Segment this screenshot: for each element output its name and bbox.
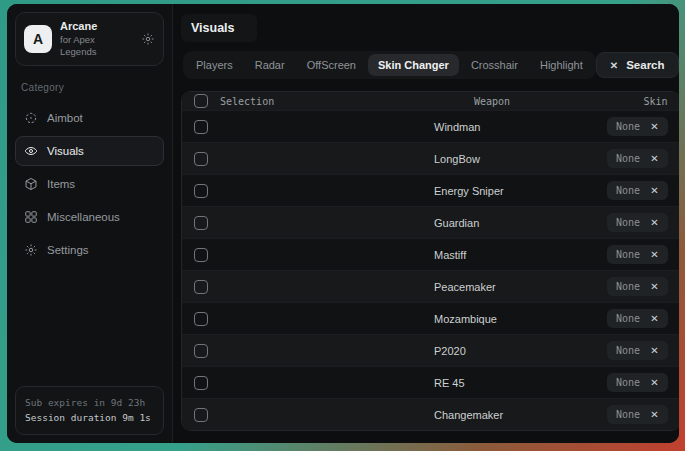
skin-value: None: [616, 249, 640, 260]
skin-value: None: [616, 281, 640, 292]
app-title: Arcane: [60, 20, 133, 34]
skin-select[interactable]: None ✕: [607, 309, 667, 328]
tab-skin-changer[interactable]: Skin Changer: [368, 54, 459, 76]
clear-skin-icon[interactable]: ✕: [650, 345, 658, 356]
skin-select[interactable]: None ✕: [607, 149, 667, 168]
row-checkbox[interactable]: [194, 408, 208, 422]
row-checkbox[interactable]: [194, 376, 208, 390]
skin-select[interactable]: None ✕: [607, 405, 667, 424]
crosshair-icon: [24, 111, 38, 125]
tab-group: PlayersRadarOffScreenSkin ChangerCrossha…: [183, 51, 596, 79]
skin-value: None: [616, 409, 640, 420]
row-checkbox[interactable]: [194, 312, 208, 326]
tab-players[interactable]: Players: [186, 54, 243, 76]
clear-skin-icon[interactable]: ✕: [650, 281, 658, 292]
sidebar-item-label: Aimbot: [47, 112, 83, 124]
sidebar-item-visuals[interactable]: Visuals: [15, 136, 164, 166]
weapon-name: Windman: [334, 121, 607, 133]
gear-icon[interactable]: [141, 32, 155, 46]
table-row: Guardian None ✕: [182, 206, 679, 238]
weapon-name: Guardian: [334, 217, 607, 229]
weapon-name: Changemaker: [334, 409, 607, 421]
skin-value: None: [616, 377, 640, 388]
weapon-name: P2020: [334, 345, 607, 357]
sidebar: A Arcane for Apex Legends Category Aimbo…: [7, 4, 173, 443]
skin-select[interactable]: None ✕: [607, 277, 667, 296]
eye-icon: [24, 144, 38, 158]
session-duration-text: Session duration 9m 1s: [25, 410, 154, 426]
select-all-checkbox[interactable]: [194, 94, 208, 108]
sub-expiry-text: Sub expires in 9d 23h: [25, 395, 154, 411]
table-row: Peacemaker None ✕: [182, 270, 679, 302]
weapon-name: LongBow: [334, 153, 607, 165]
weapon-name: Mozambique: [334, 313, 607, 325]
sidebar-item-settings[interactable]: Settings: [15, 235, 164, 265]
tab-radar[interactable]: Radar: [245, 54, 295, 76]
tab-crosshair[interactable]: Crosshair: [461, 54, 528, 76]
clear-skin-icon[interactable]: ✕: [650, 121, 658, 132]
table-row: Mozambique None ✕: [182, 302, 679, 334]
search-button[interactable]: ✕ Search: [596, 52, 679, 78]
app-window: A Arcane for Apex Legends Category Aimbo…: [7, 4, 679, 443]
tab-highlight[interactable]: Highlight: [530, 54, 593, 76]
skin-select[interactable]: None ✕: [607, 341, 667, 360]
skin-value: None: [616, 345, 640, 356]
skin-value: None: [616, 153, 640, 164]
sidebar-item-label: Visuals: [47, 145, 84, 157]
weapon-name: Peacemaker: [334, 281, 607, 293]
table-body: Windman None ✕ LongBow None ✕ Energy Sni…: [182, 110, 679, 430]
table-row: P2020 None ✕: [182, 334, 679, 366]
clear-skin-icon[interactable]: ✕: [650, 185, 658, 196]
skin-select[interactable]: None ✕: [607, 181, 667, 200]
sidebar-item-miscellaneous[interactable]: Miscellaneous: [15, 202, 164, 232]
sidebar-item-items[interactable]: Items: [15, 169, 164, 199]
table-row: Windman None ✕: [182, 110, 679, 142]
weapon-header: Weapon: [334, 96, 643, 107]
subscription-card: Sub expires in 9d 23h Session duration 9…: [15, 386, 164, 435]
grid-icon: [24, 210, 38, 224]
sidebar-item-label: Settings: [47, 244, 89, 256]
row-checkbox[interactable]: [194, 152, 208, 166]
clear-skin-icon[interactable]: ✕: [650, 217, 658, 228]
category-label: Category: [21, 82, 158, 93]
sidebar-nav: Aimbot Visuals Items Miscellaneous Setti…: [15, 103, 164, 265]
row-checkbox[interactable]: [194, 216, 208, 230]
app-subtitle: for Apex Legends: [60, 34, 133, 58]
weapon-name: Mastiff: [334, 249, 607, 261]
table-row: Energy Sniper None ✕: [182, 174, 679, 206]
page-title: Visuals: [181, 14, 257, 42]
skin-value: None: [616, 185, 640, 196]
row-checkbox[interactable]: [194, 344, 208, 358]
table-row: LongBow None ✕: [182, 142, 679, 174]
skin-select[interactable]: None ✕: [607, 373, 667, 392]
skin-value: None: [616, 313, 640, 324]
skin-value: None: [616, 217, 640, 228]
row-checkbox[interactable]: [194, 248, 208, 262]
row-checkbox[interactable]: [194, 120, 208, 134]
selection-header: Selection: [220, 96, 274, 107]
skin-select[interactable]: None ✕: [607, 245, 667, 264]
row-checkbox[interactable]: [194, 280, 208, 294]
search-button-label: Search: [626, 59, 664, 71]
row-checkbox[interactable]: [194, 184, 208, 198]
clear-skin-icon[interactable]: ✕: [650, 377, 658, 388]
skin-header: Skin: [643, 96, 667, 107]
gear-icon: [24, 243, 38, 257]
skin-select[interactable]: None ✕: [607, 117, 667, 136]
app-logo: A: [24, 25, 52, 53]
main-panel: Visuals PlayersRadarOffScreenSkin Change…: [173, 4, 679, 443]
weapon-table: Selection Weapon Skin Windman None ✕ Lon…: [181, 91, 679, 431]
cube-icon: [24, 177, 38, 191]
clear-skin-icon[interactable]: ✕: [650, 153, 658, 164]
clear-skin-icon[interactable]: ✕: [650, 249, 658, 260]
sidebar-item-aimbot[interactable]: Aimbot: [15, 103, 164, 133]
weapon-name: RE 45: [334, 377, 607, 389]
clear-skin-icon[interactable]: ✕: [650, 313, 658, 324]
close-icon: ✕: [610, 60, 618, 71]
logo-card: A Arcane for Apex Legends: [15, 12, 164, 66]
skin-value: None: [616, 121, 640, 132]
skin-select[interactable]: None ✕: [607, 213, 667, 232]
screenshot-frame: A Arcane for Apex Legends Category Aimbo…: [0, 0, 685, 451]
clear-skin-icon[interactable]: ✕: [650, 409, 658, 420]
tab-offscreen[interactable]: OffScreen: [297, 54, 366, 76]
